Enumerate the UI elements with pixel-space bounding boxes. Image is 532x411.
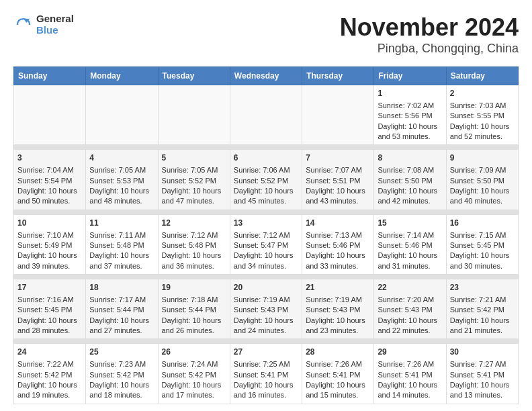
day-number: 18 [89, 282, 154, 293]
calendar-cell: 26Sunrise: 7:24 AMSunset: 5:42 PMDayligh… [158, 344, 230, 404]
day-info-line: Sunset: 5:47 PM [234, 240, 298, 250]
day-info-line: and 15 minutes. [306, 390, 370, 400]
calendar-cell: 24Sunrise: 7:22 AMSunset: 5:42 PMDayligh… [14, 344, 86, 404]
day-info-line: Sunset: 5:56 PM [378, 111, 442, 121]
day-info-line: Sunrise: 7:02 AM [378, 101, 442, 111]
day-info-line: and 43 minutes. [306, 196, 370, 206]
calendar-cell: 17Sunrise: 7:16 AMSunset: 5:45 PMDayligh… [14, 279, 86, 339]
day-info-line: and 48 minutes. [89, 196, 154, 206]
day-info-line: Daylight: 10 hours [450, 250, 515, 261]
day-info-line: Sunrise: 7:26 AM [378, 359, 442, 369]
week-row-4: 17Sunrise: 7:16 AMSunset: 5:45 PMDayligh… [14, 279, 519, 339]
day-info-line: Sunset: 5:45 PM [450, 240, 515, 250]
day-info-line: Daylight: 10 hours [378, 380, 442, 390]
day-info-line: Sunrise: 7:08 AM [378, 165, 442, 175]
day-info-line: Daylight: 10 hours [378, 250, 442, 261]
day-number: 22 [378, 282, 442, 293]
day-info-line: Daylight: 10 hours [17, 250, 82, 261]
day-info-line: Sunrise: 7:16 AM [17, 295, 82, 305]
day-info-line: Sunrise: 7:09 AM [450, 165, 515, 175]
calendar-cell: 14Sunrise: 7:13 AMSunset: 5:46 PMDayligh… [302, 214, 374, 274]
day-number: 23 [450, 282, 515, 293]
day-info-line: Sunset: 5:42 PM [17, 370, 82, 380]
day-info-line: and 40 minutes. [450, 196, 515, 206]
day-info-line: Daylight: 10 hours [450, 316, 515, 326]
day-info-line: Sunrise: 7:22 AM [17, 359, 82, 369]
day-info-line: Sunset: 5:44 PM [162, 305, 226, 315]
calendar-cell [86, 85, 158, 145]
column-header-monday: Monday [86, 67, 158, 85]
day-info-line: and 23 minutes. [306, 326, 370, 336]
day-info-line: Sunrise: 7:04 AM [17, 165, 82, 175]
calendar-cell: 8Sunrise: 7:08 AMSunset: 5:50 PMDaylight… [374, 150, 446, 210]
day-number: 28 [306, 347, 370, 358]
week-row-5: 24Sunrise: 7:22 AMSunset: 5:42 PMDayligh… [14, 344, 519, 404]
day-info-line: Sunrise: 7:21 AM [450, 295, 515, 305]
day-info-line: Sunset: 5:41 PM [306, 370, 370, 380]
day-info-line: and 45 minutes. [234, 196, 298, 206]
calendar-table: SundayMondayTuesdayWednesdayThursdayFrid… [13, 66, 519, 404]
day-info-line: Sunrise: 7:19 AM [234, 295, 298, 305]
day-info-line: Sunset: 5:42 PM [162, 370, 226, 380]
day-info-line: and 42 minutes. [378, 196, 442, 206]
day-info-line: Sunrise: 7:05 AM [89, 165, 154, 175]
title-block: November 2024 Pingba, Chongqing, China [340, 13, 519, 56]
day-info-line: and 53 minutes. [378, 132, 442, 142]
day-number: 26 [162, 347, 226, 358]
day-number: 2 [450, 88, 515, 99]
day-number: 11 [89, 218, 154, 229]
day-info-line: and 39 minutes. [17, 261, 82, 271]
day-info-line: Daylight: 10 hours [89, 380, 154, 390]
day-info-line: and 14 minutes. [378, 390, 442, 400]
day-info-line: Daylight: 10 hours [234, 186, 298, 196]
day-info-line: Daylight: 10 hours [234, 316, 298, 326]
week-row-3: 10Sunrise: 7:10 AMSunset: 5:49 PMDayligh… [14, 214, 519, 274]
day-info-line: Sunset: 5:52 PM [162, 176, 226, 186]
day-info-line: Sunset: 5:53 PM [89, 176, 154, 186]
day-info-line: and 34 minutes. [234, 261, 298, 271]
calendar-cell [14, 85, 86, 145]
day-info-line: Sunset: 5:43 PM [378, 305, 442, 315]
calendar-cell: 19Sunrise: 7:18 AMSunset: 5:44 PMDayligh… [158, 279, 230, 339]
day-info-line: Sunrise: 7:25 AM [234, 359, 298, 369]
day-info-line: Sunrise: 7:27 AM [450, 359, 515, 369]
day-info-line: Daylight: 10 hours [89, 186, 154, 196]
day-info-line: Sunrise: 7:06 AM [234, 165, 298, 175]
day-info-line: Daylight: 10 hours [17, 186, 82, 196]
calendar-cell: 20Sunrise: 7:19 AMSunset: 5:43 PMDayligh… [230, 279, 302, 339]
day-info-line: Sunset: 5:42 PM [450, 305, 515, 315]
day-number: 3 [17, 152, 82, 164]
day-number: 6 [234, 152, 298, 164]
day-info-line: Sunrise: 7:03 AM [450, 101, 515, 111]
day-number: 24 [17, 347, 82, 358]
day-info-line: Daylight: 10 hours [234, 380, 298, 390]
calendar-cell: 25Sunrise: 7:23 AMSunset: 5:42 PMDayligh… [86, 344, 158, 404]
day-info-line: and 19 minutes. [17, 390, 82, 400]
column-header-tuesday: Tuesday [158, 67, 230, 85]
calendar-cell: 9Sunrise: 7:09 AMSunset: 5:50 PMDaylight… [446, 150, 518, 210]
day-number: 10 [17, 218, 82, 229]
calendar-cell: 21Sunrise: 7:19 AMSunset: 5:43 PMDayligh… [302, 279, 374, 339]
row-separator [14, 210, 519, 214]
calendar-cell: 5Sunrise: 7:05 AMSunset: 5:52 PMDaylight… [158, 150, 230, 210]
day-info-line: and 16 minutes. [234, 390, 298, 400]
day-info-line: and 47 minutes. [162, 196, 226, 206]
day-info-line: and 52 minutes. [450, 132, 515, 142]
day-number: 16 [450, 218, 515, 229]
calendar-cell: 27Sunrise: 7:25 AMSunset: 5:41 PMDayligh… [230, 344, 302, 404]
day-number: 19 [162, 282, 226, 293]
calendar-cell [302, 85, 374, 145]
day-info-line: Sunset: 5:51 PM [306, 176, 370, 186]
day-info-line: Sunrise: 7:11 AM [89, 230, 154, 240]
day-info-line: Daylight: 10 hours [378, 122, 442, 132]
day-info-line: Sunset: 5:55 PM [450, 111, 515, 121]
day-info-line: and 30 minutes. [450, 261, 515, 271]
day-info-line: Sunrise: 7:12 AM [234, 230, 298, 240]
header-row: SundayMondayTuesdayWednesdayThursdayFrid… [14, 67, 519, 85]
day-info-line: and 13 minutes. [450, 390, 515, 400]
calendar-cell: 16Sunrise: 7:15 AMSunset: 5:45 PMDayligh… [446, 214, 518, 274]
day-info-line: Sunrise: 7:15 AM [450, 230, 515, 240]
day-info-line: Sunrise: 7:05 AM [162, 165, 226, 175]
day-number: 17 [17, 282, 82, 293]
day-info-line: Daylight: 10 hours [450, 122, 515, 132]
